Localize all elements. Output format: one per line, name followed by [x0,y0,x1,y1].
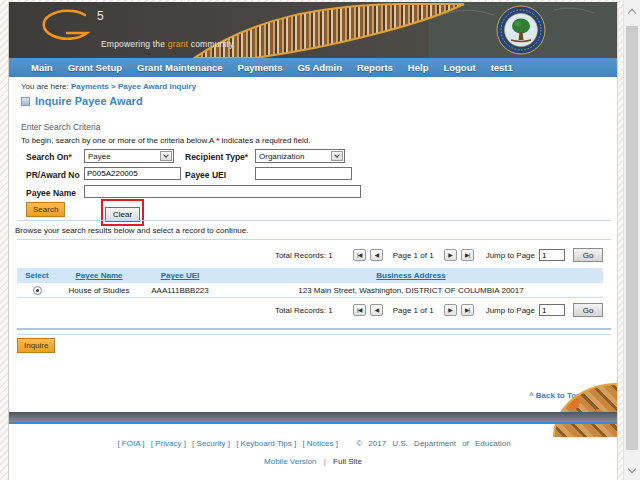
nav-item-username[interactable]: test1 [491,62,513,73]
last-page-button[interactable]: ▶| [461,304,474,316]
scroll-down-icon[interactable] [628,465,636,473]
divider [17,220,611,221]
divider [17,239,611,240]
jump-to-page-label: Jump to Page [486,251,535,260]
nav-item-payments[interactable]: Payments [238,62,283,73]
nav-item-reports[interactable]: Reports [357,62,393,73]
scroll-up-icon[interactable] [628,9,636,17]
total-records: Total Records: 1 [275,251,333,260]
go-button[interactable]: Go [573,303,603,317]
go-button[interactable]: Go [573,248,603,262]
prev-page-button[interactable]: ◀ [370,249,383,261]
table-row: House of Studies AAA111BBB223 123 Main S… [17,283,603,298]
cell-payee-name: House of Studies [57,286,141,295]
column-header-payee-name[interactable]: Payee Name [57,271,141,280]
payee-name-input[interactable] [84,185,361,198]
footer-link-foia[interactable]: [ FOIA ] [117,439,144,448]
payee-name-label: Payee Name [26,188,76,198]
clear-button-highlight: Clear [101,199,144,226]
pagination-bottom: Total Records: 1 |◀ ◀ Page 1 of 1 ▶ ▶| J… [17,303,603,317]
total-records: Total Records: 1 [275,306,333,315]
inquire-payee-award-icon [21,97,30,106]
recipient-type-label: Recipient Type* [185,152,248,162]
page-title: Inquire Payee Award [21,95,143,107]
table-header-row: Select Payee Name Payee UEI Business Add… [17,268,603,283]
first-page-button[interactable]: |◀ [353,304,366,316]
department-of-education-seal-icon [497,6,545,54]
vertical-scrollbar[interactable] [623,0,640,480]
jump-to-page-label: Jump to Page [486,306,535,315]
main-nav: Main Grant Setup Grant Maintenance Payme… [9,58,617,77]
jump-to-page-input[interactable] [539,304,565,316]
caret-up-icon: ^ [529,391,536,400]
page-indicator: Page 1 of 1 [393,306,434,315]
g5-logo-icon [35,7,99,43]
divider [17,328,611,330]
column-header-business-address[interactable]: Business Address [219,271,603,280]
next-page-button[interactable]: ▶ [444,304,457,316]
section-title: Enter Search Criteria [21,122,100,132]
column-header-select: Select [17,271,57,280]
payee-uei-label: Payee UEI [185,170,226,180]
mobile-version-link[interactable]: Mobile Version [264,457,316,466]
breadcrumb-path[interactable]: Payments > Payee Award Inquiry [71,82,196,91]
full-site-label[interactable]: Full Site [333,457,362,466]
nav-item-main[interactable]: Main [31,62,53,73]
cell-payee-uei: AAA111BBB223 [141,286,219,295]
footer-banner [9,412,617,424]
nav-item-grant-maintenance[interactable]: Grant Maintenance [137,62,223,73]
footer-site-switch: Mobile Version | Full Site [9,457,617,466]
cell-business-address: 123 Main Street, Washington, DISTRICT OF… [219,286,603,295]
search-button[interactable]: Search [26,202,65,217]
scrollbar-thumb[interactable] [626,26,638,450]
divider [17,334,611,335]
search-on-select[interactable]: Payee [84,149,174,163]
first-page-button[interactable]: |◀ [353,249,366,261]
chevron-down-icon[interactable] [160,151,172,161]
nav-item-help[interactable]: Help [408,62,429,73]
column-header-payee-uei[interactable]: Payee UEI [141,271,219,280]
chevron-down-icon[interactable] [331,151,343,161]
footer-link-keyboard-tips[interactable]: [ Keyboard Tips ] [236,439,296,448]
last-page-button[interactable]: ▶| [461,249,474,261]
footer-links: [ FOIA ] [ Privacy ] [ Security ] [ Keyb… [9,439,617,448]
pagination-top: Total Records: 1 |◀ ◀ Page 1 of 1 ▶ ▶| J… [17,248,603,262]
recipient-type-select[interactable]: Organization [255,149,345,163]
pr-award-input[interactable] [84,167,181,180]
nav-item-grant-setup[interactable]: Grant Setup [68,62,122,73]
pr-award-label: PR/Award No [26,170,80,180]
breadcrumb: You are here: Payments > Payee Award Inq… [21,82,196,91]
nav-item-logout[interactable]: Logout [443,62,475,73]
g5-logo-number: 5 [97,9,104,23]
header-banner: 5 Empowering the grant community. [9,2,617,58]
instructions: To begin, search by one or more of the c… [21,136,311,145]
separator: | [324,457,326,466]
prev-page-button[interactable]: ◀ [370,304,383,316]
tagline: Empowering the grant community. [101,39,236,49]
copyright: © 2017 U.S. Department of Education [356,439,510,448]
footer-link-privacy[interactable]: [ Privacy ] [151,439,186,448]
footer-link-notices[interactable]: [ Notices ] [302,439,338,448]
page-container: 5 Empowering the grant community. Main G… [8,2,618,480]
browse-instructions: Browse your search results below and sel… [15,226,248,235]
inquire-button[interactable]: Inquire [17,338,55,353]
jump-to-page-input[interactable] [539,249,565,261]
select-record-radio[interactable] [33,286,42,295]
next-page-button[interactable]: ▶ [444,249,457,261]
payee-uei-input[interactable] [255,167,352,180]
results-table: Select Payee Name Payee UEI Business Add… [17,268,603,298]
page-indicator: Page 1 of 1 [393,251,434,260]
nav-item-g5-admin[interactable]: G5 Admin [297,62,342,73]
search-on-label: Search On* [26,152,72,162]
footer-link-security[interactable]: [ Security ] [192,439,230,448]
